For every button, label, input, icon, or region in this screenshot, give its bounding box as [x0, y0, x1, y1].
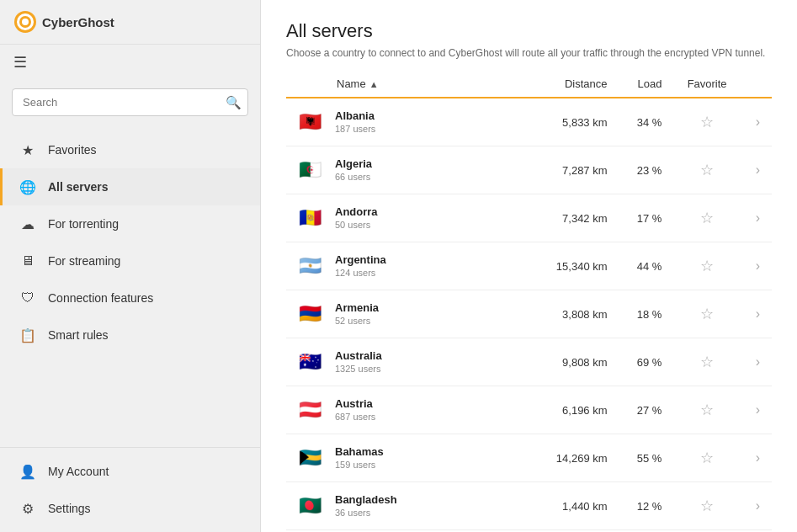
table-row[interactable]: 🇧🇩 Bangladesh 36 users 1,440 km 12 % ☆ ›	[286, 482, 772, 530]
sidebar-item-label: All servers	[48, 180, 109, 194]
chevron-button-5[interactable]: ›	[756, 354, 760, 370]
sidebar: CyberGhost ☰ 🔍 ★ Favorites 🌐 All servers…	[0, 0, 261, 532]
country-name-6: Austria	[335, 397, 375, 410]
distance-cell-3: 15,340 km	[527, 242, 615, 290]
table-container: Name ▲ Distance Load Favorite 🇦🇱 Albania	[261, 71, 797, 532]
country-users-5: 1325 users	[335, 364, 380, 374]
favorite-button-6[interactable]: ☆	[700, 401, 714, 419]
sidebar-item-favorites[interactable]: ★ Favorites	[0, 131, 260, 168]
smart-rules-icon: 📋	[19, 327, 36, 343]
chevron-cell-8: ›	[744, 482, 772, 530]
logo-area: CyberGhost	[0, 0, 260, 45]
load-cell-5: 69 %	[616, 338, 671, 386]
chevron-button-1[interactable]: ›	[756, 162, 760, 178]
flag-3: 🇦🇷	[295, 251, 325, 281]
sidebar-item-settings[interactable]: ⚙ Settings	[0, 490, 260, 527]
favorite-button-3[interactable]: ☆	[700, 257, 714, 275]
table-row[interactable]: 🇦🇷 Argentina 124 users 15,340 km 44 % ☆ …	[286, 242, 772, 290]
table-row[interactable]: 🇦🇩 Andorra 50 users 7,342 km 17 % ☆ ›	[286, 194, 772, 242]
chevron-button-4[interactable]: ›	[756, 306, 760, 322]
sidebar-item-for-torrenting[interactable]: ☁ For torrenting	[0, 205, 260, 242]
country-users-1: 66 users	[335, 172, 370, 182]
distance-cell-5: 9,808 km	[527, 338, 615, 386]
sidebar-item-my-account[interactable]: 👤 My Account	[0, 453, 260, 490]
favorite-button-8[interactable]: ☆	[700, 497, 714, 515]
country-cell-8: 🇧🇩 Bangladesh 36 users	[286, 482, 527, 530]
table-row[interactable]: 🇩🇿 Algeria 66 users 7,287 km 23 % ☆ ›	[286, 146, 772, 194]
search-area: 🔍	[0, 80, 260, 125]
country-name-4: Armenia	[335, 301, 379, 314]
load-cell-0: 34 %	[616, 98, 671, 146]
country-cell-5: 🇦🇺 Australia 1325 users	[286, 338, 527, 386]
sidebar-item-connection-features[interactable]: 🛡 Connection features	[0, 279, 260, 317]
country-name-2: Andorra	[335, 205, 378, 218]
th-name: Name ▲	[286, 71, 527, 98]
favorite-button-0[interactable]: ☆	[700, 113, 714, 131]
country-users-4: 52 users	[335, 316, 370, 326]
favorite-button-4[interactable]: ☆	[700, 305, 714, 323]
favorite-cell-1: ☆	[670, 146, 743, 194]
country-users-3: 124 users	[335, 268, 375, 278]
distance-cell-4: 3,808 km	[527, 290, 615, 338]
load-cell-6: 27 %	[616, 386, 671, 434]
table-header: Name ▲ Distance Load Favorite	[286, 71, 772, 98]
main-content: All servers Choose a country to connect …	[261, 0, 797, 532]
country-users-0: 187 users	[335, 124, 375, 134]
country-cell-7: 🇧🇸 Bahamas 159 users	[286, 434, 527, 482]
table-row[interactable]: 🇧🇸 Bahamas 159 users 14,269 km 55 % ☆ ›	[286, 434, 772, 482]
th-load: Load	[616, 71, 671, 98]
favorite-cell-0: ☆	[670, 98, 743, 146]
country-name-1: Algeria	[335, 157, 372, 170]
sidebar-item-label: Settings	[48, 502, 91, 515]
distance-cell-0: 5,833 km	[527, 98, 615, 146]
favorite-button-7[interactable]: ☆	[700, 449, 714, 467]
nav-menu: ★ Favorites 🌐 All servers ☁ For torrenti…	[0, 125, 260, 447]
table-row[interactable]: 🇦🇱 Albania 187 users 5,833 km 34 % ☆ ›	[286, 98, 772, 146]
table-row[interactable]: 🇦🇺 Australia 1325 users 9,808 km 69 % ☆ …	[286, 338, 772, 386]
load-cell-3: 44 %	[616, 242, 671, 290]
sidebar-item-smart-rules[interactable]: 📋 Smart rules	[0, 317, 260, 354]
chevron-button-3[interactable]: ›	[756, 258, 760, 274]
flag-4: 🇦🇲	[295, 299, 325, 329]
sidebar-item-for-streaming[interactable]: 🖥 For streaming	[0, 242, 260, 279]
chevron-button-8[interactable]: ›	[756, 498, 760, 513]
country-name-3: Argentina	[335, 253, 386, 266]
country-cell-6: 🇦🇹 Austria 687 users	[286, 386, 527, 434]
table-row[interactable]: 🇦🇲 Armenia 52 users 3,808 km 18 % ☆ ›	[286, 290, 772, 338]
flag-8: 🇧🇩	[295, 491, 325, 521]
logo-icon	[13, 10, 37, 34]
flag-0: 🇦🇱	[295, 107, 325, 137]
search-icon: 🔍	[226, 95, 242, 109]
settings-icon: ⚙	[19, 500, 36, 517]
chevron-button-2[interactable]: ›	[756, 210, 760, 226]
hamburger-button[interactable]: ☰	[0, 45, 260, 80]
chevron-button-0[interactable]: ›	[756, 114, 760, 130]
load-cell-2: 17 %	[616, 194, 671, 242]
chevron-cell-6: ›	[744, 386, 772, 434]
chevron-cell-4: ›	[744, 290, 772, 338]
sidebar-item-label: Favorites	[48, 143, 97, 157]
country-cell-2: 🇦🇩 Andorra 50 users	[286, 194, 527, 242]
sidebar-item-all-servers[interactable]: 🌐 All servers	[0, 168, 260, 205]
for-streaming-icon: 🖥	[19, 253, 36, 269]
chevron-cell-2: ›	[744, 194, 772, 242]
chevron-button-7[interactable]: ›	[756, 450, 760, 466]
favorite-button-2[interactable]: ☆	[700, 209, 714, 227]
my-account-icon: 👤	[19, 463, 36, 480]
search-input[interactable]	[12, 88, 248, 116]
table-row[interactable]: 🇦🇹 Austria 687 users 6,196 km 27 % ☆ ›	[286, 386, 772, 434]
favorite-button-1[interactable]: ☆	[700, 161, 714, 179]
sidebar-item-label: For streaming	[48, 254, 120, 268]
th-distance: Distance	[527, 71, 615, 98]
chevron-button-6[interactable]: ›	[756, 402, 760, 418]
search-button[interactable]: 🔍	[226, 95, 242, 110]
favorite-cell-4: ☆	[670, 290, 743, 338]
sidebar-item-label: My Account	[48, 465, 109, 478]
favorite-button-5[interactable]: ☆	[700, 353, 714, 371]
chevron-cell-7: ›	[744, 434, 772, 482]
country-name-7: Bahamas	[335, 445, 384, 458]
page-title: All servers	[286, 20, 772, 42]
servers-table: Name ▲ Distance Load Favorite 🇦🇱 Albania	[286, 71, 772, 532]
all-servers-icon: 🌐	[19, 178, 36, 195]
search-container: 🔍	[12, 88, 248, 116]
